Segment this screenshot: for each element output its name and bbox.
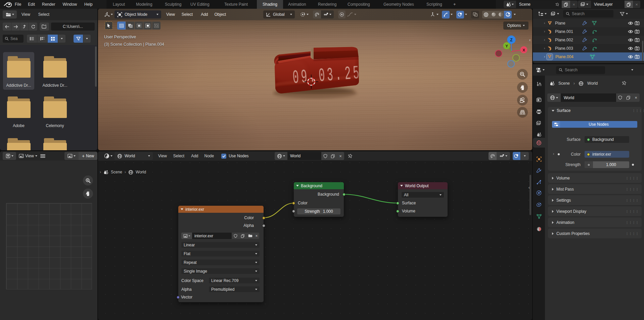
svg-text:Y: Y — [505, 44, 508, 48]
svg-text:X: X — [522, 48, 525, 52]
svg-text:Z: Z — [510, 38, 512, 42]
